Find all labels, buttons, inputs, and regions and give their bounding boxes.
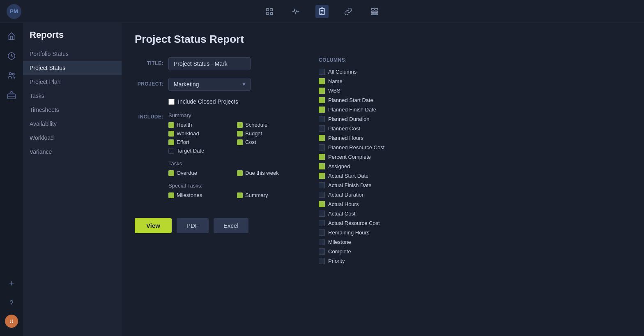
tasks-label: Tasks — [168, 160, 299, 167]
planned-resource-cost-label: Planned Resource Cost — [328, 144, 384, 151]
effort-check[interactable] — [168, 139, 174, 145]
nav-clock-icon[interactable] — [3, 48, 20, 64]
sidebar-item-portfolio-status[interactable]: Portfolio Status — [23, 47, 122, 61]
planned-finish-date-check[interactable] — [319, 107, 325, 113]
svg-point-16 — [12, 73, 14, 75]
priority-check[interactable] — [319, 258, 325, 264]
nav-help-icon[interactable]: ? — [3, 295, 20, 311]
columns-scroll[interactable]: All Columns Name WBS Plann — [319, 67, 631, 266]
project-select[interactable]: Marketing Development Design Finance — [168, 78, 251, 91]
planned-start-date-check[interactable] — [319, 97, 325, 103]
nav-avatar[interactable]: U — [5, 315, 18, 328]
include-item-schedule: Schedule — [237, 122, 299, 128]
include-closed-checkbox[interactable] — [168, 99, 175, 105]
columns-label: COLUMNS: — [319, 57, 631, 63]
excel-button[interactable]: Excel — [214, 218, 248, 233]
milestone-check[interactable] — [319, 239, 325, 245]
assigned-check[interactable] — [319, 163, 325, 169]
summary-grid: Health Schedule Workload — [168, 122, 299, 154]
sidebar-item-project-plan[interactable]: Project Plan — [23, 75, 122, 89]
health-check[interactable] — [168, 122, 174, 128]
include-content: Summary Health Schedule — [168, 112, 299, 205]
include-item-summary-tasks: Summary — [237, 192, 299, 198]
actual-finish-date-check[interactable] — [319, 182, 325, 188]
sidebar-item-timesheets[interactable]: Timesheets — [23, 103, 122, 117]
percent-complete-check[interactable] — [319, 154, 325, 160]
view-button[interactable]: View — [135, 218, 172, 233]
actual-start-date-check[interactable] — [319, 173, 325, 179]
svg-rect-13 — [372, 14, 378, 15]
cost-check[interactable] — [237, 139, 243, 145]
overdue-label: Overdue — [177, 170, 197, 176]
sidebar-item-availability[interactable]: Availability — [23, 117, 122, 131]
actual-duration-label: Actual Duration — [328, 192, 365, 198]
priority-label: Priority — [328, 258, 345, 264]
summary-tasks-check[interactable] — [237, 192, 243, 198]
include-item-workload: Workload — [168, 130, 230, 137]
actual-duration-check[interactable] — [319, 192, 325, 198]
sidebar-item-workload[interactable]: Workload — [23, 131, 122, 145]
actual-hours-check[interactable] — [319, 201, 325, 207]
due-this-week-check[interactable] — [237, 170, 243, 176]
pdf-button[interactable]: PDF — [177, 218, 209, 233]
include-section: INCLUDE: Summary Health — [135, 112, 299, 205]
title-input[interactable] — [168, 57, 251, 70]
target-date-check[interactable] — [168, 148, 174, 154]
pulse-icon[interactable] — [289, 5, 302, 18]
form-layout: TITLE: PROJECT: Marketing Development De… — [135, 57, 631, 266]
column-item-planned-cost: Planned Cost — [319, 124, 628, 133]
all-columns-check[interactable] — [319, 69, 325, 75]
milestones-check[interactable] — [168, 192, 174, 198]
app-logo[interactable]: PM — [7, 4, 21, 19]
planned-hours-label: Planned Hours — [328, 135, 363, 141]
column-item-actual-finish-date: Actual Finish Date — [319, 181, 628, 190]
planned-resource-cost-check[interactable] — [319, 144, 325, 151]
project-select-wrapper: Marketing Development Design Finance ▼ — [168, 78, 251, 91]
layout-icon[interactable] — [368, 5, 381, 18]
planned-duration-check[interactable] — [319, 116, 325, 122]
schedule-check[interactable] — [237, 122, 243, 128]
nav-briefcase-icon[interactable] — [3, 87, 20, 104]
clipboard-icon[interactable] — [315, 5, 329, 18]
content-area: Project Status Report TITLE: PROJECT: Ma… — [122, 23, 644, 336]
planned-finish-date-label: Planned Finish Date — [328, 107, 376, 113]
svg-rect-10 — [372, 8, 375, 10]
actual-finish-date-label: Actual Finish Date — [328, 182, 372, 188]
nav-add-button[interactable]: + — [3, 275, 20, 292]
search-zoom-icon[interactable] — [263, 5, 276, 18]
column-item-actual-resource-cost: Actual Resource Cost — [319, 218, 628, 228]
include-closed-row: Include Closed Projects — [168, 98, 299, 105]
remaining-hours-check[interactable] — [319, 229, 325, 236]
name-label: Name — [328, 78, 343, 84]
actual-hours-label: Actual Hours — [328, 201, 359, 207]
budget-check[interactable] — [237, 131, 243, 137]
nav-people-icon[interactable] — [3, 67, 20, 84]
sidebar-item-project-status[interactable]: Project Status — [23, 61, 122, 75]
svg-rect-2 — [267, 12, 269, 14]
actual-resource-cost-check[interactable] — [319, 220, 325, 226]
svg-rect-12 — [372, 11, 378, 12]
special-tasks-label: Special Tasks: — [168, 183, 299, 189]
include-item-milestones: Milestones — [168, 192, 230, 198]
complete-check[interactable] — [319, 248, 325, 255]
nav-home-icon[interactable] — [3, 28, 20, 44]
column-item-all-columns: All Columns — [319, 67, 628, 76]
link-icon[interactable] — [342, 5, 355, 18]
overdue-check[interactable] — [168, 170, 174, 176]
effort-label: Effort — [177, 139, 189, 145]
milestones-label: Milestones — [177, 192, 202, 198]
name-check[interactable] — [319, 78, 325, 84]
workload-check[interactable] — [168, 131, 174, 137]
column-item-planned-start-date: Planned Start Date — [319, 95, 628, 105]
column-item-actual-start-date: Actual Start Date — [319, 171, 628, 181]
sidebar-item-tasks[interactable]: Tasks — [23, 89, 122, 103]
planned-hours-check[interactable] — [319, 135, 325, 141]
planned-cost-check[interactable] — [319, 125, 325, 132]
svg-rect-6 — [320, 8, 324, 14]
sidebar-item-variance[interactable]: Variance — [23, 145, 122, 159]
svg-rect-1 — [270, 8, 273, 11]
actual-resource-cost-label: Actual Resource Cost — [328, 220, 380, 226]
wbs-check[interactable] — [319, 88, 325, 94]
include-item-budget: Budget — [237, 130, 299, 137]
actual-cost-check[interactable] — [319, 211, 325, 217]
